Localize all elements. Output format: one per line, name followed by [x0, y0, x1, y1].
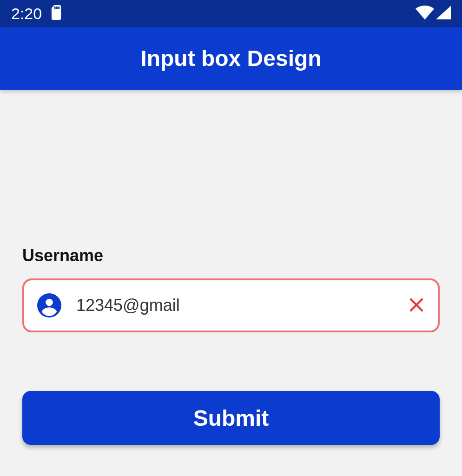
wifi-icon	[416, 6, 434, 21]
submit-button[interactable]: Submit	[22, 391, 440, 445]
cellular-signal-icon	[436, 6, 451, 21]
username-input-wrapper	[22, 278, 440, 332]
status-left: 2:20	[11, 5, 62, 23]
clear-button[interactable]	[408, 297, 425, 315]
status-time: 2:20	[11, 5, 42, 23]
username-input[interactable]	[76, 296, 408, 315]
sd-card-icon	[50, 5, 62, 22]
content: Username Submit	[0, 90, 462, 445]
user-icon	[37, 293, 61, 317]
svg-point-1	[46, 299, 53, 306]
status-bar: 2:20	[0, 0, 462, 27]
username-label: Username	[22, 246, 440, 265]
username-field-section: Username Submit	[22, 246, 440, 445]
app-title: Input box Design	[140, 46, 321, 71]
status-right	[416, 6, 451, 21]
app-bar: Input box Design	[0, 27, 462, 90]
close-icon	[408, 297, 425, 315]
